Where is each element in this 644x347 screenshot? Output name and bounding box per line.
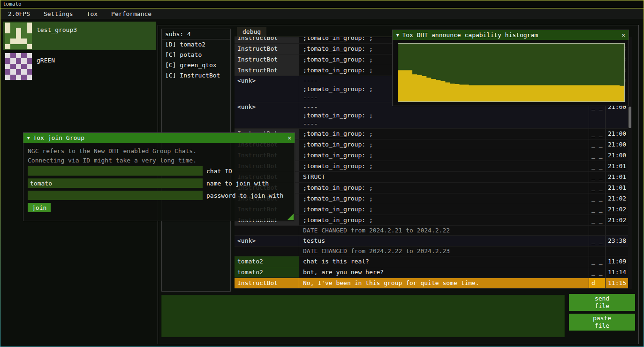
chat-message-row[interactable]: tomato2chat is this real?_ _11:09 xyxy=(235,256,628,267)
histogram-titlebar[interactable]: ▼ Tox DHT announce capability histogram … xyxy=(393,30,629,40)
app-window: tomato 2.0FPS Settings Tox Performance t… xyxy=(0,0,644,347)
timestamp: 23:38 xyxy=(606,236,628,247)
collapse-arrow-icon[interactable]: ▼ xyxy=(27,136,30,140)
delivery-status: _ _ xyxy=(589,102,606,129)
timestamp: 11:14 xyxy=(606,267,628,278)
join-button[interactable]: join xyxy=(28,203,51,212)
message-input[interactable] xyxy=(161,295,565,337)
titlebar[interactable]: tomato xyxy=(0,0,644,8)
message-text: ;tomato_in_group: ; xyxy=(299,150,589,161)
delivery-status xyxy=(589,247,606,256)
message-text: ;tomato_in_group: ; xyxy=(299,183,589,193)
window-title: tomato xyxy=(3,1,22,7)
group-avatar-gREEN xyxy=(5,53,32,80)
send-file-button[interactable]: send file xyxy=(569,294,635,311)
timestamp xyxy=(606,247,628,256)
delivery-status: _ _ xyxy=(589,267,606,278)
menubar: 2.0FPS Settings Tox Performance xyxy=(0,9,644,19)
sender-name: InstructBot xyxy=(235,278,299,289)
delivery-status: d xyxy=(589,278,606,289)
group-name: test_group3 xyxy=(37,23,77,33)
message-text: bot, are you new here? xyxy=(299,267,589,278)
chat-id-input[interactable] xyxy=(28,166,203,176)
message-text: ;tomato_in_group: ; xyxy=(299,215,589,226)
histogram-title: Tox DHT announce capability histogram xyxy=(402,31,538,39)
resize-grip[interactable] xyxy=(288,214,294,220)
join-name-label: name to join with xyxy=(206,180,269,187)
message-text: testus xyxy=(299,236,589,247)
menu-tox[interactable]: Tox xyxy=(83,9,101,19)
message-text: ;tomato_in_group: ; xyxy=(299,129,589,139)
timestamp: 21:00 xyxy=(606,129,628,139)
date-separator-row: DATE CHANGED from 2024.2.21 to 2024.2.22 xyxy=(235,226,628,236)
join-name-input[interactable] xyxy=(28,178,203,188)
delivery-status: _ _ xyxy=(589,236,606,247)
timestamp: 11:15 xyxy=(606,278,628,289)
menu-performance[interactable]: Performance xyxy=(107,9,155,19)
menu-settings[interactable]: Settings xyxy=(40,9,77,19)
collapse-arrow-icon[interactable]: ▼ xyxy=(396,33,399,38)
date-text: DATE CHANGED from 2024.2.21 to 2024.2.22 xyxy=(299,226,589,236)
group-item-gREEN[interactable]: gREEN xyxy=(3,52,156,81)
fps-menu[interactable]: 2.0FPS xyxy=(4,9,34,19)
sender-name: InstructBot xyxy=(235,37,299,44)
date-text: DATE CHANGED from 2024.2.22 to 2024.2.23 xyxy=(299,247,589,256)
subs-item-tomato2[interactable]: [D] tomato2 xyxy=(162,39,230,50)
histogram-plot xyxy=(398,43,625,102)
message-text: ;tomato_in_group: ; xyxy=(299,204,589,215)
group-item-test_group3[interactable]: test_group3 xyxy=(3,22,156,50)
subs-item-instructbot[interactable]: [C] InstructBot xyxy=(162,70,230,81)
timestamp: 21:00 xyxy=(606,150,628,161)
chat-message-row[interactable]: <unk>---- ;tomato_in_group: ; ----_ _21:… xyxy=(235,102,628,129)
sender-name: <unk> xyxy=(235,76,299,102)
sender-name: InstructBot xyxy=(235,54,299,65)
chat-scrollbar-thumb[interactable] xyxy=(629,107,631,128)
timestamp: 21:01 xyxy=(606,172,628,183)
delivery-status: _ _ xyxy=(589,150,606,161)
join-group-window: ▼ Tox join Group ✕ NGC refers to the New… xyxy=(23,132,295,221)
chat-message-row[interactable]: <unk>testus_ _23:38 xyxy=(235,236,628,247)
delivery-status: _ _ xyxy=(589,161,606,172)
timestamp xyxy=(606,226,628,236)
delivery-status: _ _ xyxy=(589,193,606,204)
join-password-label: password to join with xyxy=(206,192,283,199)
delivery-status: _ _ xyxy=(589,183,606,193)
sender-name: <unk> xyxy=(235,102,299,129)
sender-name: tomato2 xyxy=(235,267,299,278)
delivery-status: _ _ xyxy=(589,204,606,215)
subs-count-header: subs: 4 xyxy=(162,29,230,39)
paste-file-button[interactable]: paste file xyxy=(569,314,635,331)
timestamp: 21:01 xyxy=(606,183,628,193)
join-group-titlebar[interactable]: ▼ Tox join Group ✕ xyxy=(23,133,295,143)
group-avatar-test_group3 xyxy=(5,23,32,49)
message-text: chat is this real? xyxy=(299,256,589,267)
timestamp: 21:02 xyxy=(606,215,628,226)
timestamp: 11:09 xyxy=(606,256,628,267)
delivery-status: _ _ xyxy=(589,172,606,183)
delivery-status: _ _ xyxy=(589,129,606,139)
delivery-status xyxy=(589,226,606,236)
timestamp: 21:02 xyxy=(606,193,628,204)
timestamp: 21:00 xyxy=(606,139,628,150)
join-password-input[interactable] xyxy=(28,191,203,200)
message-text: ;tomato_in_group: ; xyxy=(299,193,589,204)
sender-name: InstructBot xyxy=(235,65,299,76)
delivery-status: _ _ xyxy=(589,139,606,150)
close-icon[interactable]: ✕ xyxy=(621,30,625,40)
histogram-window: ▼ Tox DHT announce capability histogram … xyxy=(392,30,629,106)
message-text: No, I've been in this group for quite so… xyxy=(299,278,589,289)
message-text: STRUCT xyxy=(299,172,589,183)
sender-name xyxy=(235,247,299,256)
join-desc-line2: Connecting via ID might take a very long… xyxy=(28,156,295,165)
chat-message-row[interactable]: InstructBotNo, I've been in this group f… xyxy=(235,278,628,289)
subs-item-green_qtox[interactable]: [C] green_qtox xyxy=(162,60,230,70)
sender-name: InstructBot xyxy=(235,44,299,54)
close-icon[interactable]: ✕ xyxy=(288,133,291,143)
chat-message-row[interactable]: tomato2bot, are you new here?_ _11:14 xyxy=(235,267,628,278)
join-group-title: Tox join Group xyxy=(33,134,84,141)
tab-debug[interactable]: debug xyxy=(237,27,266,37)
timestamp: 21:00 xyxy=(606,102,628,129)
subs-item-potato[interactable]: [C] potato xyxy=(162,50,230,60)
message-text: ;tomato_in_group: ; xyxy=(299,139,589,150)
chat-id-label: chat ID xyxy=(206,168,232,175)
